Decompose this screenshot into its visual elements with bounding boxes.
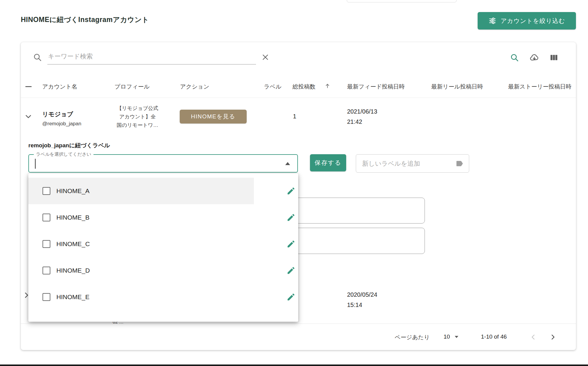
option-label: HINOME_D xyxy=(56,267,90,274)
label-select-combobox[interactable]: ラベルを選択してください xyxy=(28,154,298,173)
profile-text: 【リモジョブ公式 アカウント】全 国のリモートワ… xyxy=(110,104,165,130)
label-option-row: HINOME_C xyxy=(28,231,298,257)
edit-label-button[interactable] xyxy=(286,239,296,249)
option-label: HINOME_B xyxy=(56,214,90,221)
latest-feed-datetime: 2021/06/13 21:42 xyxy=(347,106,377,127)
add-label-button[interactable] xyxy=(454,158,465,169)
pagination-divider xyxy=(21,324,576,324)
search-icon xyxy=(33,53,42,63)
chevron-right-icon xyxy=(549,333,557,341)
dropdown-caret-icon xyxy=(455,336,458,338)
edit-label-button[interactable] xyxy=(286,265,296,276)
search-input[interactable] xyxy=(47,50,256,64)
view-columns-icon xyxy=(549,53,558,62)
save-button[interactable]: 保存する xyxy=(310,154,346,171)
clear-search-button[interactable] xyxy=(259,51,271,63)
column-header-profile[interactable]: プロフィール xyxy=(115,83,150,91)
column-header-total-posts[interactable]: 総投稿数 xyxy=(292,83,315,91)
rows-per-page-value: 10 xyxy=(444,333,450,340)
option-hinome-a[interactable]: HINOME_A xyxy=(28,178,254,204)
column-header-action[interactable]: アクション xyxy=(180,83,209,91)
label-select-floating-label: ラベルを選択してください xyxy=(34,152,93,157)
header-divider xyxy=(21,98,576,98)
checkbox-icon[interactable] xyxy=(43,240,50,248)
expanded-labels-title: remojob_japanに紐づくラベル xyxy=(28,142,110,149)
latest-feed-datetime: 2020/05/24 15:14 xyxy=(347,289,377,310)
chevron-down-icon xyxy=(24,112,33,121)
sort-ascending-icon[interactable] xyxy=(324,83,331,90)
column-header-latest-feed[interactable]: 最新フィード投稿日時 xyxy=(347,83,405,91)
pencil-icon xyxy=(286,186,296,196)
select-all-checkbox[interactable] xyxy=(24,83,33,90)
label-option-row: HINOME_E xyxy=(28,284,298,310)
rows-per-page-select[interactable]: 10 xyxy=(444,331,458,342)
previous-page-button[interactable] xyxy=(527,331,539,343)
search-icon xyxy=(510,53,519,62)
edit-label-button[interactable] xyxy=(286,186,296,196)
checkbox-icon[interactable] xyxy=(43,267,50,274)
tune-filter-icon xyxy=(488,17,496,25)
pencil-icon xyxy=(286,239,296,249)
checkbox-icon[interactable] xyxy=(43,214,50,221)
label-option-row: HINOME_A xyxy=(28,178,298,204)
view-columns-button[interactable] xyxy=(548,52,560,64)
cloud-download-icon xyxy=(530,53,539,62)
indeterminate-icon xyxy=(25,86,32,87)
next-page-button[interactable] xyxy=(547,331,559,343)
add-label-field xyxy=(356,154,469,173)
chevron-up-icon[interactable] xyxy=(285,162,290,165)
row-collapse-button[interactable] xyxy=(23,111,33,122)
page-title: HINOMEに紐づくInstagramアカウント xyxy=(21,15,149,24)
accounts-table-card: アカウント名 プロフィール アクション ラベル 総投稿数 最新フィード投稿日時 … xyxy=(21,42,576,350)
account-name: リモジョブ xyxy=(42,110,73,118)
add-label-input[interactable] xyxy=(356,155,469,172)
overlay-card-edge xyxy=(347,0,457,2)
option-hinome-d[interactable]: HINOME_D xyxy=(28,257,254,284)
column-header-latest-reel[interactable]: 最新リール投稿日時 xyxy=(431,83,483,91)
new-label-icon xyxy=(455,159,464,168)
view-hinome-button[interactable]: HINOMEを見る xyxy=(180,110,247,124)
label-option-row: HINOME_B xyxy=(28,204,298,231)
bottom-edge xyxy=(0,364,588,366)
option-label: HINOME_E xyxy=(56,293,90,301)
edit-label-button[interactable] xyxy=(286,212,296,223)
rows-per-page-label: ページあたり xyxy=(395,333,430,341)
pencil-icon xyxy=(286,213,296,222)
column-header-account-name[interactable]: アカウント名 xyxy=(42,83,77,91)
option-hinome-b[interactable]: HINOME_B xyxy=(28,204,254,231)
edit-label-button[interactable] xyxy=(286,292,296,302)
table-search-button[interactable] xyxy=(508,52,520,64)
option-hinome-c[interactable]: HINOME_C xyxy=(28,231,254,257)
close-icon xyxy=(261,53,269,61)
pencil-icon xyxy=(286,266,296,275)
option-label: HINOME_C xyxy=(56,240,90,248)
download-csv-button[interactable] xyxy=(528,52,540,64)
pagination-range: 1-10 of 46 xyxy=(481,333,507,340)
account-handle: @remojob_japan xyxy=(42,121,81,127)
total-posts-value: 1 xyxy=(286,113,303,120)
text-cursor xyxy=(35,159,36,169)
filter-accounts-button[interactable]: アカウントを絞り込む xyxy=(478,12,576,30)
option-label: HINOME_A xyxy=(56,187,90,195)
option-hinome-e[interactable]: HINOME_E xyxy=(28,284,254,310)
label-option-row: HINOME_D xyxy=(28,257,298,284)
pencil-icon xyxy=(286,292,296,302)
column-header-label[interactable]: ラベル xyxy=(264,83,281,91)
checkbox-icon[interactable] xyxy=(43,293,50,301)
chevron-left-icon xyxy=(529,333,537,341)
column-header-latest-story[interactable]: 最新ストーリー投稿日時 xyxy=(508,83,571,91)
filter-button-label: アカウントを絞り込む xyxy=(501,17,565,25)
checkbox-icon[interactable] xyxy=(43,187,50,195)
label-options-menu: HINOME_A HINOME_B xyxy=(28,174,298,322)
